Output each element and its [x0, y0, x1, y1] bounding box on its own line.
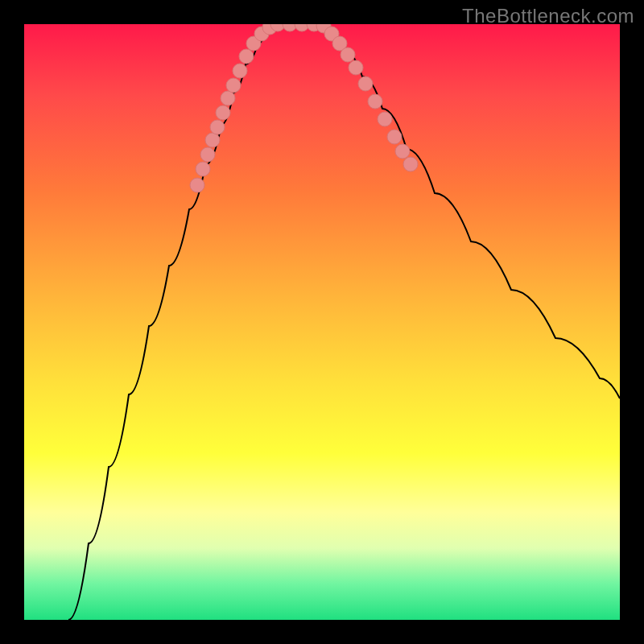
bead [233, 64, 247, 78]
watermark-text: TheBottleneck.com [462, 5, 634, 27]
bead [341, 47, 355, 62]
bead [358, 76, 373, 91]
bead [387, 130, 402, 144]
bead [200, 147, 215, 162]
bead [226, 78, 241, 93]
bead [403, 157, 418, 171]
bead [190, 178, 204, 192]
left-curve [68, 24, 274, 620]
bead [349, 60, 363, 75]
bead [378, 112, 392, 126]
bead [395, 144, 410, 159]
bead [239, 49, 254, 64]
bead [368, 94, 382, 109]
bead [196, 162, 210, 176]
bead [210, 120, 225, 134]
bottleneck-chart [24, 24, 620, 620]
bead [216, 105, 230, 120]
bead [221, 91, 235, 105]
bead [205, 133, 220, 147]
